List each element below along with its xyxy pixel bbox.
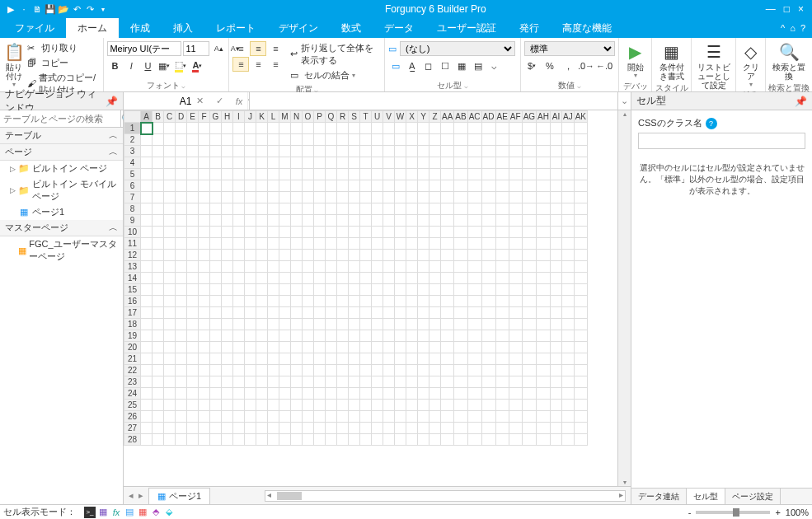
col-header[interactable]: AB: [454, 111, 467, 123]
cell[interactable]: [314, 376, 326, 388]
cell[interactable]: [481, 365, 495, 376]
css-class-input[interactable]: [638, 133, 805, 149]
cell[interactable]: [210, 388, 222, 400]
cell[interactable]: [187, 365, 199, 376]
cell[interactable]: [360, 284, 372, 296]
cell[interactable]: [314, 238, 326, 250]
cell[interactable]: [383, 376, 395, 388]
cell[interactable]: [326, 169, 337, 180]
cell[interactable]: [314, 353, 326, 365]
cell[interactable]: [233, 192, 245, 203]
cell[interactable]: [509, 157, 522, 169]
cell[interactable]: [550, 123, 561, 134]
cell[interactable]: [245, 296, 256, 307]
cell[interactable]: [337, 365, 349, 376]
cell[interactable]: [164, 261, 176, 273]
cell[interactable]: [349, 423, 360, 434]
cell[interactable]: [141, 330, 153, 342]
cell[interactable]: [279, 215, 291, 227]
cell[interactable]: [187, 411, 199, 423]
cell[interactable]: [406, 180, 418, 192]
cell[interactable]: [561, 319, 574, 330]
cell[interactable]: [314, 423, 326, 434]
cell[interactable]: [245, 146, 256, 157]
cell[interactable]: [326, 261, 337, 273]
cell[interactable]: [187, 123, 199, 134]
cell[interactable]: [164, 169, 176, 180]
cell[interactable]: [360, 273, 372, 284]
cell[interactable]: [441, 411, 454, 423]
cell[interactable]: [574, 250, 587, 261]
cell[interactable]: [176, 134, 187, 146]
cell[interactable]: [509, 376, 522, 388]
cell[interactable]: [429, 192, 441, 203]
pin-icon[interactable]: 📌: [106, 96, 118, 107]
cell[interactable]: [176, 215, 187, 227]
cell[interactable]: [153, 146, 164, 157]
cell[interactable]: [509, 215, 522, 227]
cell[interactable]: [537, 284, 551, 296]
cell[interactable]: [291, 388, 303, 400]
cell[interactable]: [222, 388, 233, 400]
cell[interactable]: [303, 353, 314, 365]
cell[interactable]: [522, 319, 536, 330]
cell[interactable]: [245, 123, 256, 134]
cell[interactable]: [395, 273, 406, 284]
cell[interactable]: [481, 342, 495, 353]
cell[interactable]: [153, 284, 164, 296]
cell[interactable]: [326, 411, 337, 423]
cell[interactable]: [429, 376, 441, 388]
cell[interactable]: [395, 123, 406, 134]
cell[interactable]: [245, 342, 256, 353]
italic-button[interactable]: I: [124, 58, 138, 73]
cell[interactable]: [279, 330, 291, 342]
cell[interactable]: [268, 400, 279, 411]
cell[interactable]: [199, 284, 210, 296]
cell[interactable]: [561, 423, 574, 434]
cell[interactable]: [441, 238, 454, 250]
cell[interactable]: [210, 353, 222, 365]
cell[interactable]: [153, 227, 164, 238]
row-header[interactable]: 20: [124, 342, 141, 353]
cell[interactable]: [199, 273, 210, 284]
cell[interactable]: [509, 261, 522, 273]
cell[interactable]: [383, 146, 395, 157]
cell[interactable]: [360, 342, 372, 353]
cell[interactable]: [291, 400, 303, 411]
cell[interactable]: [383, 180, 395, 192]
cell[interactable]: [481, 169, 495, 180]
cell[interactable]: [326, 238, 337, 250]
cell[interactable]: [372, 353, 383, 365]
cell[interactable]: [522, 330, 536, 342]
cell[interactable]: [314, 203, 326, 215]
cell[interactable]: [349, 215, 360, 227]
cell[interactable]: [256, 284, 268, 296]
cell[interactable]: [454, 215, 467, 227]
cell[interactable]: [279, 400, 291, 411]
cell[interactable]: [418, 423, 429, 434]
cell[interactable]: [495, 134, 509, 146]
cell[interactable]: [395, 342, 406, 353]
cell[interactable]: [372, 284, 383, 296]
cell[interactable]: [509, 250, 522, 261]
cell[interactable]: [210, 250, 222, 261]
cell[interactable]: [537, 423, 551, 434]
cell[interactable]: [441, 157, 454, 169]
cell[interactable]: [222, 296, 233, 307]
cell[interactable]: [574, 169, 587, 180]
col-header[interactable]: G: [210, 111, 222, 123]
cell[interactable]: [245, 388, 256, 400]
row-header[interactable]: 9: [124, 215, 141, 227]
cell[interactable]: [176, 411, 187, 423]
cell[interactable]: [454, 261, 467, 273]
cell[interactable]: [337, 180, 349, 192]
cell[interactable]: [326, 319, 337, 330]
cell[interactable]: [349, 261, 360, 273]
tab-advanced[interactable]: 高度な機能: [551, 18, 623, 38]
cell[interactable]: [360, 330, 372, 342]
cell[interactable]: [495, 365, 509, 376]
tab-nav-next[interactable]: ▸: [138, 490, 143, 501]
expand-icon[interactable]: ▷: [10, 165, 16, 173]
cell[interactable]: [279, 169, 291, 180]
cell[interactable]: [561, 146, 574, 157]
